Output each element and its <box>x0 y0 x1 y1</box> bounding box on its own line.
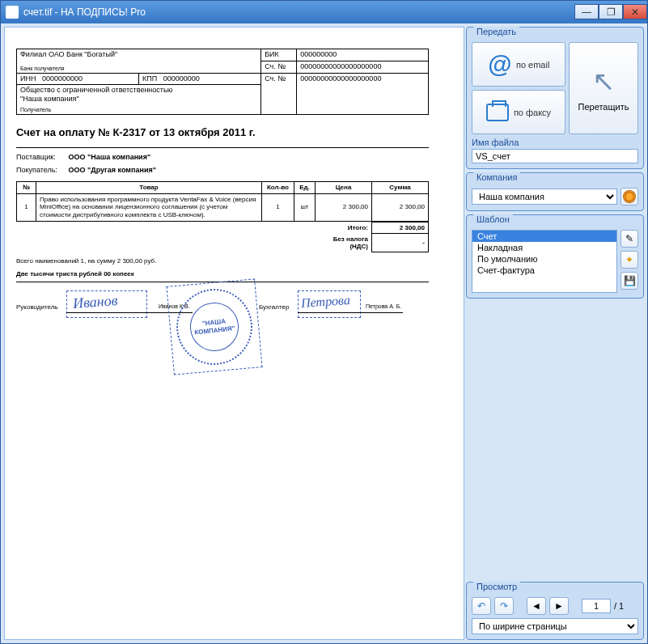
pencil-icon: ✎ <box>625 233 633 244</box>
col-unit: Ед. <box>294 182 316 194</box>
total-value: 2 300,00 <box>372 222 429 234</box>
send-email-button[interactable]: @ по email <box>472 42 565 87</box>
filename-label: Имя файла <box>472 138 638 147</box>
table-row: 1 Право использования программного проду… <box>17 193 429 221</box>
bank-of-recipient-label: Банк получателя <box>20 66 257 72</box>
totals-table: Итого: 2 300,00 Без налога (НДС) - <box>16 222 429 253</box>
view-group-title: Просмотр <box>473 582 520 591</box>
total-label: Итого: <box>316 222 372 234</box>
zoom-select[interactable]: По ширине страницы <box>472 618 638 634</box>
gear-icon <box>624 191 635 202</box>
bik-value: 000000000 <box>300 50 337 58</box>
item-qty: 1 <box>262 193 294 221</box>
template-edit-button[interactable]: ✎ <box>620 230 638 248</box>
send-fax-button[interactable]: по факсу <box>472 90 565 134</box>
drag-label: Перетащить <box>578 102 629 112</box>
document-page: Филиал ОАО Банк "Богатый" Банк получател… <box>16 49 429 379</box>
kpp-value: 000000000 <box>163 74 200 83</box>
save-icon: 💾 <box>624 275 636 286</box>
cursor-icon: ↖ <box>592 65 615 97</box>
col-name: Товар <box>36 182 262 194</box>
filename-input[interactable] <box>472 149 638 163</box>
invoice-title: Счет на оплату № К-2317 от 13 октября 20… <box>16 126 429 139</box>
fax-icon <box>486 104 509 121</box>
company-select[interactable]: Наша компания <box>472 189 617 205</box>
recipient-line2: "Наша компания" <box>20 95 257 104</box>
side-spacer <box>466 302 644 578</box>
new-icon: ✦ <box>625 254 633 265</box>
template-item[interactable]: Счет-фактура <box>472 265 616 276</box>
recipient-label: Получатель <box>20 107 257 113</box>
bank-acct-label: Сч. № <box>265 62 286 70</box>
template-item[interactable]: Счет <box>472 231 616 242</box>
bik-label: БИК <box>265 50 279 58</box>
template-list[interactable]: Счет Накладная По умолчанию Счет-фактура <box>472 230 617 293</box>
client-area: Филиал ОАО Банк "Богатый" Банк получател… <box>1 23 647 643</box>
buyer-label: Покупатель: <box>16 166 66 175</box>
col-num: № <box>17 182 36 194</box>
bank-details-table: Филиал ОАО Банк "Богатый" Банк получател… <box>16 49 429 115</box>
divider <box>16 147 429 148</box>
send-group: Передать @ по email по факсу ↖ <box>466 27 644 169</box>
template-save-button[interactable]: 💾 <box>620 272 638 290</box>
kpp-label: КПП <box>142 74 157 83</box>
email-icon: @ <box>488 51 511 78</box>
window-controls: — ❐ ✕ <box>574 5 647 19</box>
template-item[interactable]: По умолчанию <box>472 253 616 265</box>
company-settings-button[interactable] <box>620 188 638 205</box>
page-prev-button[interactable]: ◄ <box>527 597 546 615</box>
summary-line: Всего наименований 1, на сумму 2 300,00 … <box>16 257 429 265</box>
seal-text: "НАША КОМПАНИЯ" <box>188 300 241 354</box>
no-vat-value: - <box>372 234 429 252</box>
bank-acct-value: 00000000000000000000 <box>300 62 381 70</box>
side-panel: Передать @ по email по факсу ↖ <box>466 27 644 640</box>
template-item[interactable]: Накладная <box>472 242 616 253</box>
document-preview[interactable]: Филиал ОАО Банк "Богатый" Банк получател… <box>4 27 464 640</box>
no-vat-label: Без налога (НДС) <box>316 234 372 252</box>
item-name: Право использования программного продукт… <box>36 193 262 221</box>
page-next-button[interactable]: ► <box>549 597 569 615</box>
sum-words: Две тысячи триста рублей 00 копеек <box>16 270 429 278</box>
app-icon <box>6 6 19 19</box>
company-group-title: Компания <box>473 172 520 182</box>
close-button[interactable]: ✕ <box>623 4 647 19</box>
send-fax-label: по факсу <box>514 108 551 117</box>
bank-branch: Филиал ОАО Банк "Богатый" <box>20 50 257 59</box>
send-email-label: по email <box>516 60 549 70</box>
col-qty: Кол-во <box>262 182 294 194</box>
send-group-title: Передать <box>473 27 519 36</box>
col-price: Цена <box>316 182 372 194</box>
name-accountant: Петрова А. Б. <box>366 303 401 310</box>
supplier-value: ООО "Наша компания" <box>69 153 151 161</box>
drag-button[interactable]: ↖ Перетащить <box>569 42 638 134</box>
maximize-button[interactable]: ❐ <box>599 4 623 19</box>
item-sum: 2 300,00 <box>372 193 429 221</box>
rotate-right-button[interactable]: ↷ <box>494 597 514 615</box>
chevron-right-icon: ► <box>554 600 564 612</box>
role-accountant: Бухгалтер <box>259 303 289 311</box>
item-num: 1 <box>17 193 36 221</box>
template-group-title: Шаблон <box>473 214 513 224</box>
signature-area: Руководитель Иванов Иванов К.В. "НАША КО… <box>16 290 429 379</box>
page-input[interactable] <box>582 599 611 613</box>
titlebar: счет.tif - НА ПОДПИСЬ! Pro — ❐ ✕ <box>1 1 647 23</box>
chevron-left-icon: ◄ <box>532 600 541 612</box>
recipient-acct-value: 00000000000000000000 <box>300 74 381 83</box>
recipient-line1: Общество с ограниченной ответственностью <box>20 86 257 95</box>
rotate-left-icon: ↶ <box>477 600 485 612</box>
rotate-right-icon: ↷ <box>500 600 508 612</box>
app-window: счет.tif - НА ПОДПИСЬ! Pro — ❐ ✕ Филиал … <box>0 0 648 644</box>
template-new-button[interactable]: ✦ <box>620 251 638 269</box>
page-total: / 1 <box>614 601 624 611</box>
item-unit: шт <box>294 193 316 221</box>
view-group: Просмотр ↶ ↷ ◄ ► / 1 По ширине страницы <box>466 582 644 640</box>
rotate-left-button[interactable]: ↶ <box>472 597 491 615</box>
role-director: Руководитель <box>16 303 58 311</box>
col-sum: Сумма <box>372 182 429 194</box>
buyer-value: ООО "Другая компания" <box>69 166 156 174</box>
inn-label: ИНН <box>20 74 36 83</box>
company-group: Компания Наша компания <box>466 172 644 211</box>
item-price: 2 300,00 <box>316 193 372 221</box>
minimize-button[interactable]: — <box>574 4 599 19</box>
window-title: счет.tif - НА ПОДПИСЬ! Pro <box>23 6 574 18</box>
